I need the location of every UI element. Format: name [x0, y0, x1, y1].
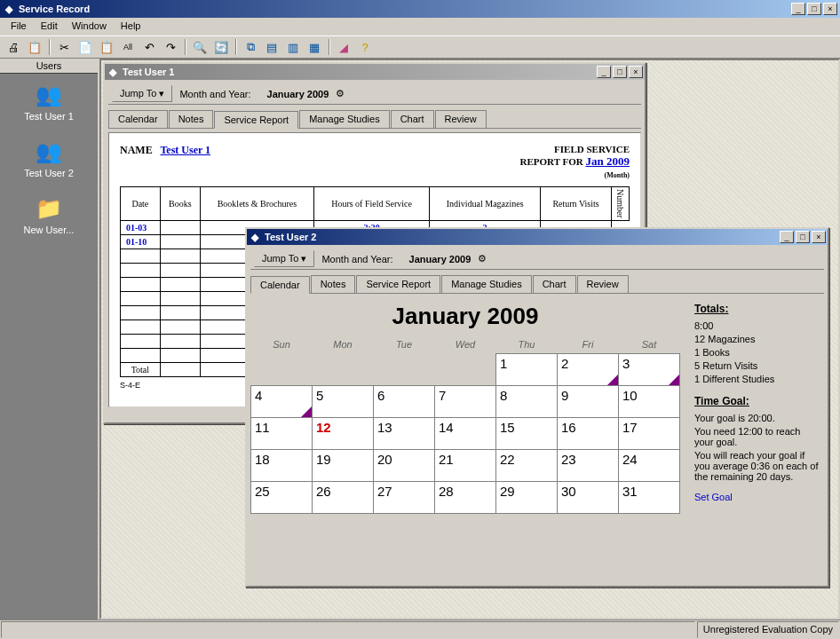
copy-icon[interactable]: 📄	[75, 38, 95, 56]
users-panel: Users 👥 Test User 1 👥 Test User 2 📁 New …	[0, 59, 99, 619]
child-maximize-button[interactable]: □	[613, 66, 627, 78]
child-close-button[interactable]: ×	[812, 231, 826, 243]
cut-icon[interactable]: ✂	[54, 38, 74, 56]
day-header: Sat	[619, 335, 680, 354]
menu-file[interactable]: File	[4, 18, 34, 36]
child-titlebar-2[interactable]: ◆ Test User 2 _ □ ×	[247, 229, 828, 245]
calendar-cell[interactable]: 5	[313, 386, 374, 418]
calendar-cell[interactable]: 19	[313, 450, 374, 482]
calendar-cell[interactable]: 21	[435, 450, 496, 482]
menu-help[interactable]: Help	[114, 18, 148, 36]
toolbar: 🖨 📋 ✂ 📄 📋 All ↶ ↷ 🔍 🔄 ⧉ ▤ ▥ ▦ ◢ ?	[0, 36, 840, 59]
calendar-cell[interactable]: 29	[496, 482, 558, 514]
tab-service-report[interactable]: Service Report	[214, 111, 298, 129]
close-button[interactable]: ×	[823, 3, 837, 15]
replace-icon[interactable]: 🔄	[211, 38, 231, 56]
calendar-cell[interactable]: 23	[558, 450, 619, 482]
tab-manage-studies[interactable]: Manage Studies	[299, 110, 390, 128]
child-titlebar-1[interactable]: ◆ Test User 1 _ □ ×	[105, 64, 645, 80]
report-date: 01-03	[121, 220, 161, 234]
calendar-cell[interactable]: 6	[374, 386, 435, 418]
calendar-cell[interactable]: 15	[496, 418, 558, 450]
mdi-area: ◆ Test User 1 _ □ × Jump To ▾ Month and …	[99, 59, 840, 619]
user-label: Test User 1	[24, 111, 74, 122]
find-icon[interactable]: 🔍	[190, 38, 210, 56]
select-all-icon[interactable]: All	[118, 38, 138, 56]
calendar-cell[interactable]: 22	[496, 450, 558, 482]
tab-chart[interactable]: Chart	[533, 275, 576, 293]
jump-to-button[interactable]: Jump To ▾	[112, 85, 172, 102]
tabs-2: Calendar Notes Service Report Manage Stu…	[250, 275, 824, 294]
tab-chart[interactable]: Chart	[391, 110, 434, 128]
calendar-cell[interactable]: 31	[619, 482, 680, 514]
totals-panel: Totals: 8:0012 Magazines1 Books5 Return …	[691, 297, 824, 514]
time-goal-heading: Time Goal:	[694, 395, 820, 407]
tab-calendar[interactable]: Calendar	[108, 110, 168, 128]
month-year-label: Month and Year:	[321, 254, 392, 264]
maximize-button[interactable]: □	[807, 3, 821, 15]
print-icon[interactable]: 🖨	[4, 38, 23, 56]
menu-edit[interactable]: Edit	[34, 18, 65, 36]
calendar-cell[interactable]: 1	[496, 354, 558, 386]
tab-calendar[interactable]: Calendar	[250, 276, 310, 294]
options-icon[interactable]: ⚙	[336, 88, 345, 99]
calendar-cell[interactable]: 17	[619, 418, 680, 450]
calendar-cell[interactable]: 27	[374, 482, 435, 514]
tab-review[interactable]: Review	[435, 110, 487, 128]
calendar-cell[interactable]: 24	[619, 450, 680, 482]
set-goal-link[interactable]: Set Goal	[694, 492, 733, 502]
calendar-cell[interactable]: 8	[496, 386, 558, 418]
minimize-button[interactable]: _	[791, 3, 805, 15]
arrange-icon[interactable]: ▦	[305, 38, 324, 56]
calendar-cell[interactable]: 10	[619, 386, 680, 418]
tab-service-report[interactable]: Service Report	[356, 275, 440, 293]
calendar-cell[interactable]: 12	[313, 418, 374, 450]
calendar-cell[interactable]: 9	[558, 386, 619, 418]
user-item-1[interactable]: 👥 Test User 1	[0, 74, 98, 130]
properties-icon[interactable]: 📋	[25, 38, 44, 56]
calendar-cell[interactable]: 20	[374, 450, 435, 482]
tile-vert-icon[interactable]: ▥	[283, 38, 303, 56]
undo-icon[interactable]: ↶	[139, 38, 159, 56]
calendar-cell[interactable]: 25	[251, 482, 313, 514]
user-item-2[interactable]: 👥 Test User 2	[0, 130, 98, 187]
eraser-icon[interactable]: ◢	[334, 38, 353, 56]
calendar-cell	[251, 354, 313, 386]
need-line: You need 12:00 to reach your goal.	[694, 426, 820, 447]
calendar-cell	[313, 354, 374, 386]
calendar-cell[interactable]: 7	[435, 386, 496, 418]
help-icon[interactable]: ?	[355, 38, 375, 56]
day-header: Sun	[251, 335, 313, 354]
paste-icon[interactable]: 📋	[97, 38, 116, 56]
month-year-label: Month and Year:	[179, 89, 250, 99]
calendar-cell[interactable]: 16	[558, 418, 619, 450]
calendar-cell[interactable]: 14	[435, 418, 496, 450]
calendar-cell[interactable]: 3	[619, 354, 680, 386]
options-icon[interactable]: ⚙	[478, 253, 487, 264]
calendar-cell[interactable]: 28	[435, 482, 496, 514]
calendar-cell[interactable]: 11	[251, 418, 313, 450]
avg-line: You will reach your goal if you average …	[694, 450, 820, 482]
new-user-item[interactable]: 📁 New User...	[0, 187, 98, 244]
tab-notes[interactable]: Notes	[169, 110, 214, 128]
redo-icon[interactable]: ↷	[161, 38, 180, 56]
child-maximize-button[interactable]: □	[796, 231, 810, 243]
menu-window[interactable]: Window	[65, 18, 114, 36]
cascade-icon[interactable]: ⧉	[241, 38, 260, 56]
child-minimize-button[interactable]: _	[597, 66, 611, 78]
menubar: File Edit Window Help	[0, 18, 840, 36]
calendar-cell[interactable]: 18	[251, 450, 313, 482]
child-minimize-button[interactable]: _	[780, 231, 794, 243]
tab-review[interactable]: Review	[577, 275, 629, 293]
calendar-cell[interactable]: 4	[251, 386, 313, 418]
jump-to-button[interactable]: Jump To ▾	[254, 250, 314, 267]
calendar-cell[interactable]: 26	[313, 482, 374, 514]
calendar-cell[interactable]: 13	[374, 418, 435, 450]
day-header: Mon	[313, 335, 374, 354]
tab-manage-studies[interactable]: Manage Studies	[441, 275, 532, 293]
calendar-cell[interactable]: 2	[558, 354, 619, 386]
calendar-cell[interactable]: 30	[558, 482, 619, 514]
child-close-button[interactable]: ×	[629, 66, 643, 78]
tab-notes[interactable]: Notes	[311, 275, 356, 293]
tile-horiz-icon[interactable]: ▤	[262, 38, 281, 56]
